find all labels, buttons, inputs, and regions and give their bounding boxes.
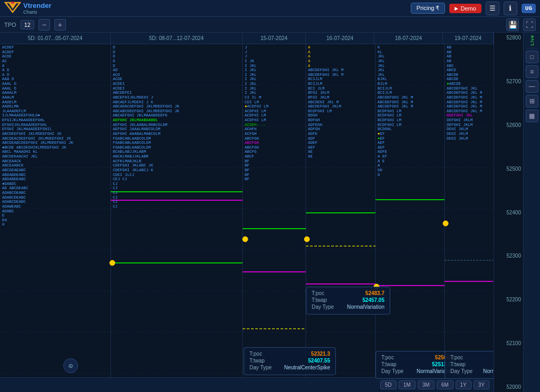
1m-button[interactable]: 1M xyxy=(399,380,416,389)
right-sidebar: Live □ ≡ — ⊞ ▦ xyxy=(523,33,540,392)
date-col-4: 16-07-2024 xyxy=(306,33,374,44)
header-bar: Vtrender Charts Pricing ₹ Demo ☰ ℹ UG xyxy=(0,0,540,17)
logo-icon xyxy=(4,2,21,15)
bottom-toolbar: 5D 1M 3M 6M 1Y 3Y xyxy=(0,377,494,392)
tpo-text-1: ACDEF ACDEF ACDE AC A A D A D AAA D AAAL… xyxy=(0,44,111,228)
price-52700: 52700 xyxy=(496,79,521,84)
price-52100: 52100 xyxy=(496,340,521,346)
1y-button[interactable]: 1Y xyxy=(456,380,471,389)
info-box-16jul: T:poc 52483.7 T:twap 52457.05 Day Type N… xyxy=(306,287,390,315)
profile-section-2: D D D D D AD ACD ACDE ACDEI ACDEI ABCDEF… xyxy=(111,44,243,392)
tpo-label: TPO xyxy=(4,22,16,28)
expand-button[interactable]: ⛶ xyxy=(523,18,536,31)
6m-button[interactable]: 6M xyxy=(437,380,454,389)
tpoc-value-2: 52483.7 xyxy=(365,290,384,296)
price-axis: 52800 52700 52600 52500 52400 52300 5220… xyxy=(494,33,523,392)
main-area: 5D: 01-07...05-07-2024 5D: 08-07...12-07… xyxy=(0,33,540,392)
price-52000: 52000 xyxy=(496,384,521,390)
date-headers: 5D: 01-07...05-07-2024 5D: 08-07...12-07… xyxy=(0,33,494,44)
user-badge[interactable]: UG xyxy=(522,4,536,13)
tpo-text-5: K KL JKL JKL JKL JKL JKL BJKL BJLM BCIJL… xyxy=(375,44,445,178)
profile-section-6: AB AB AB AB ABC ABCD ABCDE ABCDE ●ABCDE … xyxy=(445,44,493,392)
daytype-label-3: Day Type xyxy=(381,368,403,374)
lines-button[interactable]: — xyxy=(526,80,538,93)
logo-text-group: Vtrender Charts xyxy=(23,2,51,15)
tpo-canvas: ACDEF ACDEF ACDE AC A A D A D AAA D AAAL… xyxy=(0,44,494,392)
profile-section-3: J J J I JK I JKL I JKL I JKL I JKL I JKL… xyxy=(243,44,306,392)
tpoc-value-1: 52321.3 xyxy=(311,351,330,357)
date-col-1: 5D: 01-07...05-07-2024 xyxy=(0,33,111,44)
daytype-label-2: Day Type xyxy=(312,304,334,310)
5d-button[interactable]: 5D xyxy=(380,380,397,389)
price-52600: 52600 xyxy=(496,122,521,128)
date-col-3: 15-07-2024 xyxy=(243,33,306,44)
ttwap-label-2: T:twap xyxy=(312,297,327,303)
ttwap-label-3: T:twap xyxy=(381,361,397,367)
toolbar: TPO 12 − + 💾 ⛶ xyxy=(0,17,540,33)
grid-view-button[interactable]: ⊞ xyxy=(526,95,538,107)
menu-button[interactable]: ☰ xyxy=(486,2,499,15)
price-52200: 52200 xyxy=(496,297,521,302)
save-button[interactable]: 💾 xyxy=(506,18,519,31)
logo-name: Vtrender xyxy=(23,2,51,9)
daytype-value-2: NormalVariation xyxy=(347,304,384,310)
date-col-5: 18-07-2024 xyxy=(374,33,443,44)
daytype-label-4: Day Type xyxy=(450,368,472,374)
decrease-button[interactable]: − xyxy=(38,19,50,31)
profile-section-1: ACDEF ACDEF ACDE AC A A D A D AAA D AAAL… xyxy=(0,44,111,392)
date-col-2: 5D: 08-07...12-07-2024 xyxy=(111,33,243,44)
tpoc-label-1: T:poc xyxy=(249,351,262,357)
tpo-value: 12 xyxy=(21,20,34,30)
logo-subtitle: Charts xyxy=(23,9,51,15)
ttwap-label-4: T:twap xyxy=(450,361,466,367)
daytype-value-4: NormalVariation xyxy=(483,368,494,374)
3m-button[interactable]: 3M xyxy=(418,380,435,389)
demo-button[interactable]: Demo xyxy=(449,4,481,13)
live-indicator: Live xyxy=(529,35,535,46)
tpoc-label-3: T:poc xyxy=(381,355,394,360)
single-chart-button[interactable]: □ xyxy=(526,51,538,63)
daytype-label-1: Day Type xyxy=(249,365,272,370)
price-52500: 52500 xyxy=(496,166,521,172)
tpoc-label-4: T:poc xyxy=(450,355,463,360)
info-button[interactable]: ℹ xyxy=(504,2,517,15)
info-box-19jul: T:poc 52302.6 T:twap 52315.8 Day Type No… xyxy=(445,351,494,379)
profile-section-5: K KL JKL JKL JKL JKL JKL BJKL BJLM BCIJL… xyxy=(375,44,445,392)
tiled-view-button[interactable]: ▦ xyxy=(526,110,538,122)
profile-section-4: A A A A A ABCDEFGHI JKL M ABCDEFGHI JKL … xyxy=(306,44,375,392)
daytype-value-1: NeutralCenterSpike xyxy=(284,365,330,370)
price-52800: 52800 xyxy=(496,35,521,41)
price-52300: 52300 xyxy=(496,253,521,259)
tpo-text-4: A A A A A ABCDEFGHI JKL M ABCDEFGHI JKL … xyxy=(306,44,375,160)
ttwap-label-1: T:twap xyxy=(249,358,265,364)
logo-area: Vtrender Charts xyxy=(4,2,51,15)
chart-area[interactable]: 5D: 01-07...05-07-2024 5D: 08-07...12-07… xyxy=(0,33,494,392)
price-52400: 52400 xyxy=(496,210,521,215)
svg-rect-2 xyxy=(11,2,14,4)
info-box-15jul: T:poc 52321.3 T:twap 52407.55 Day Type N… xyxy=(244,347,336,375)
tpo-text-6: AB AB AB AB ABC ABCD ABCDE ABCDE ●ABCDE … xyxy=(445,44,493,142)
pricing-button[interactable]: Pricing ₹ xyxy=(411,3,446,14)
list-view-button[interactable]: ≡ xyxy=(526,65,538,78)
tpoc-label-2: T:poc xyxy=(312,290,324,296)
ttwap-value-2: 52457.05 xyxy=(362,297,384,303)
increase-button[interactable]: + xyxy=(54,19,66,31)
3y-button[interactable]: 3Y xyxy=(474,380,489,389)
ttwap-value-1: 52407.55 xyxy=(308,358,330,364)
tpo-text-2: D D D D D AD ACD ACDE ACDEI ACDEI ABCDEF… xyxy=(111,44,243,210)
capture-button[interactable]: ⊙ xyxy=(63,358,78,373)
sidebar-divider-1 xyxy=(527,48,537,48)
date-col-6: 19-07-2024 xyxy=(443,33,494,44)
tpo-text-3: J J J I JK I JKL I JKL I JKL I JKL I JKL… xyxy=(243,44,306,183)
